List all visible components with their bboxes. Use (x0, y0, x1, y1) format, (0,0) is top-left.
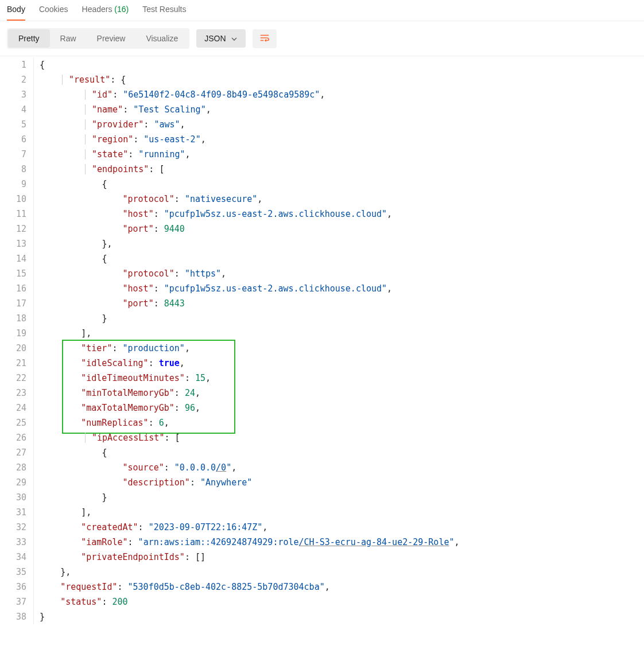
view-tab-preview[interactable]: Preview (87, 29, 136, 48)
view-tab-pretty[interactable]: Pretty (8, 29, 50, 48)
wrap-lines-button[interactable] (253, 29, 277, 48)
tab-body[interactable]: Body (7, 0, 25, 21)
tab-cookies[interactable]: Cookies (39, 0, 68, 21)
response-tabs: Body Cookies Headers (16) Test Results (0, 0, 644, 21)
format-select-label: JSON (204, 34, 226, 43)
view-tab-raw[interactable]: Raw (50, 29, 87, 48)
format-select[interactable]: JSON (196, 29, 245, 48)
tab-headers-label: Headers (82, 5, 112, 14)
response-code: 1234567891011121314151617181920212223242… (0, 56, 644, 629)
view-mode-tabs: Pretty Raw Preview Visualize (7, 28, 189, 49)
tab-test-results[interactable]: Test Results (142, 0, 186, 21)
wrap-lines-icon (259, 34, 270, 44)
code-body[interactable]: { "result": { "id": "6e5140f2-04c8-4f09-… (33, 56, 644, 629)
tab-headers-count: (16) (114, 5, 129, 14)
view-tab-visualize[interactable]: Visualize (135, 29, 188, 48)
line-number-gutter: 1234567891011121314151617181920212223242… (0, 56, 33, 629)
tab-headers[interactable]: Headers (16) (82, 0, 129, 21)
body-toolbar: Pretty Raw Preview Visualize JSON (0, 21, 644, 56)
chevron-down-icon (231, 35, 238, 42)
